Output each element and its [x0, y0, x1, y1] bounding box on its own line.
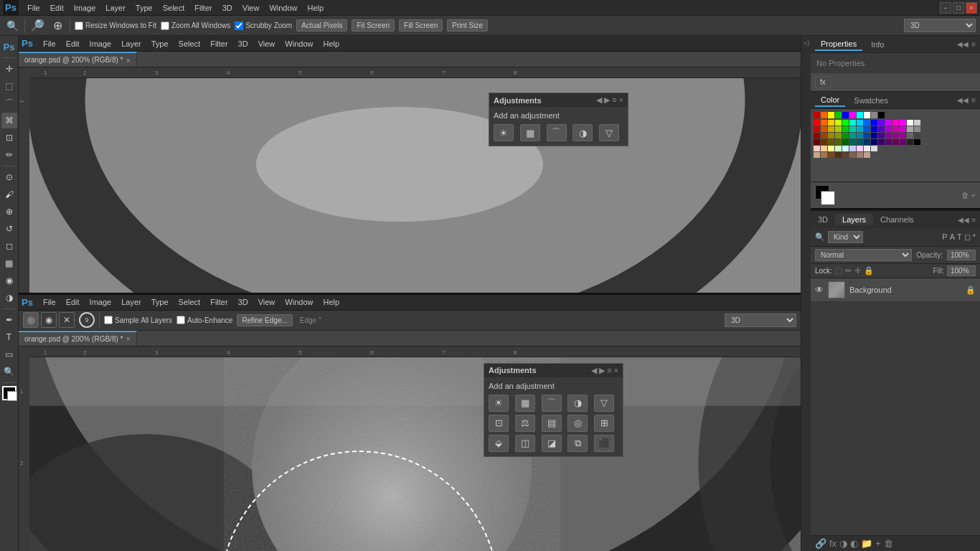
layer-filter-pixel[interactable]: P [942, 232, 947, 242]
adj-close-1[interactable]: × [619, 95, 623, 105]
adj-exposure-2[interactable]: ◑ [567, 395, 588, 412]
second-win-menu-file[interactable]: File [39, 296, 60, 308]
menu-edit[interactable]: Edit [46, 2, 68, 14]
first-win-menu-view[interactable]: View [254, 38, 280, 50]
second-win-menu-window[interactable]: Window [281, 296, 317, 308]
layer-link-icon[interactable]: 🔗 [815, 538, 826, 549]
zoom-tool-icon[interactable]: 🔍 [4, 18, 20, 34]
first-canvas[interactable]: Adjustments ◀ ▶ ≡ × Add an adj [29, 78, 801, 293]
sample-all-checkbox[interactable] [104, 316, 113, 324]
lock-transparent-icon[interactable]: ⬚ [835, 266, 842, 276]
resize-windows-checkbox[interactable] [75, 22, 83, 30]
first-doc-close[interactable]: × [126, 56, 130, 65]
color-panel-menu[interactable]: ≡ [971, 96, 976, 104]
menu-layer[interactable]: Layer [101, 2, 130, 14]
layers-panel-collapse[interactable]: ◀◀ [958, 216, 969, 224]
brush-size-indicator[interactable]: 9 [79, 312, 95, 328]
menu-file[interactable]: File [23, 2, 44, 14]
blend-mode-select[interactable]: Normal [815, 249, 912, 261]
color-trash-icon[interactable]: 🗑 [961, 191, 969, 199]
adj-arrow-left-2[interactable]: ◀ [591, 366, 597, 375]
info-tab[interactable]: Info [865, 39, 890, 50]
second-doc-tab[interactable]: orange.psd @ 200% (RGB/8) * × [19, 331, 137, 346]
pen-tool[interactable]: ✒ [1, 312, 17, 328]
panel-collapse-arrow[interactable]: ◁ [804, 39, 809, 47]
adj-levels-2[interactable]: ▦ [515, 395, 535, 412]
layer-new-icon[interactable]: + [875, 538, 881, 549]
lock-all-icon[interactable]: 🔒 [864, 266, 874, 276]
second-doc-close[interactable]: × [126, 334, 130, 343]
sample-all-check[interactable]: Sample All Layers [104, 316, 172, 324]
adj-selective-color-2[interactable]: ⬛ [594, 435, 614, 452]
color-panel-collapse[interactable]: ◀◀ [957, 96, 969, 104]
zoom-all-check[interactable]: Zoom All Windows [161, 22, 230, 30]
zoom-tool[interactable]: 🔍 [1, 364, 17, 380]
print-size-button[interactable]: Print Size [447, 19, 488, 32]
color-swatch-blue[interactable] [842, 112, 849, 118]
zoom-out-icon[interactable]: 🔎 [29, 18, 45, 34]
layer-fx-icon[interactable]: fx [829, 538, 837, 549]
adj-exposure-1[interactable]: ◑ [573, 124, 593, 141]
second-win-menu-select[interactable]: Select [174, 296, 205, 308]
properties-panel-collapse[interactable]: ◀◀ [957, 40, 969, 48]
color-swatch-yellow[interactable] [828, 112, 834, 118]
first-win-menu-layer[interactable]: Layer [117, 38, 146, 50]
fit-screen-button[interactable]: Fit Screen [352, 19, 395, 32]
adj-brightness-2[interactable]: ☀ [489, 395, 509, 412]
adj-gradient-map-2[interactable]: ⧉ [567, 435, 588, 452]
adj-color-balance-2[interactable]: ⚖ [515, 415, 535, 432]
menu-3d[interactable]: 3D [218, 2, 237, 14]
second-win-menu-3d[interactable]: 3D [234, 296, 253, 308]
color-swatch-white[interactable] [864, 112, 870, 118]
refine-edge-button[interactable]: Refine Edge... [237, 314, 292, 326]
adj-close-2[interactable]: × [614, 366, 618, 375]
first-win-menu-image[interactable]: Image [85, 38, 116, 50]
first-win-menu-edit[interactable]: Edit [62, 38, 84, 50]
layer-delete-icon[interactable]: 🗑 [884, 538, 893, 549]
first-win-menu-type[interactable]: Type [147, 38, 173, 50]
history-brush-tool[interactable]: ↺ [1, 221, 17, 237]
color-swatch-black[interactable] [878, 112, 885, 118]
gradient-tool[interactable]: ▦ [1, 255, 17, 271]
second-win-menu-filter[interactable]: Filter [206, 296, 232, 308]
layer-filter-adjustment[interactable]: A [950, 232, 955, 242]
text-tool[interactable]: T [1, 329, 17, 345]
minimize-button[interactable]: − [940, 2, 951, 14]
lock-pixel-icon[interactable]: ✏ [845, 266, 852, 276]
maximize-button[interactable]: □ [953, 2, 964, 14]
color-tab[interactable]: Color [815, 94, 845, 107]
layer-filter-shape[interactable]: ◻ [964, 232, 971, 242]
adj-invert-2[interactable]: ⬙ [489, 435, 509, 452]
adj-threshold-2[interactable]: ◪ [542, 435, 562, 452]
adj-curves-1[interactable]: ⌒ [547, 124, 567, 141]
rect-select-tool[interactable]: ⬚ [1, 78, 17, 94]
color-swatch-green[interactable] [835, 112, 842, 118]
adj-channel-mixer-2[interactable]: ⊞ [594, 415, 614, 432]
layer-folder-icon[interactable]: 📁 [861, 538, 872, 549]
magic-wand-tool[interactable]: ⌘ [1, 113, 17, 128]
color-swatch-cyan[interactable] [857, 112, 863, 118]
close-button[interactable]: × [966, 2, 977, 14]
adj-curves-2[interactable]: ⌒ [542, 395, 562, 412]
layer-adj-icon[interactable]: ◐ [850, 538, 858, 549]
color-swatch-orange[interactable] [821, 112, 827, 118]
resize-windows-check[interactable]: Resize Windows to Fit [75, 22, 156, 30]
adj-arrow-left-1[interactable]: ◀ [596, 95, 602, 105]
fill-screen-button[interactable]: Fill Screen [399, 19, 443, 32]
actual-pixels-button[interactable]: Actual Pixels [296, 19, 347, 32]
blur-tool[interactable]: ◉ [1, 273, 17, 288]
color-swatch-gray[interactable] [871, 112, 877, 118]
opacity-input[interactable] [947, 250, 976, 260]
adj-levels-1[interactable]: ▦ [520, 124, 540, 141]
adj-menu-2[interactable]: ≡ [607, 366, 611, 375]
zoom-all-checkbox[interactable] [161, 22, 169, 30]
lasso-tool[interactable]: ⌒ [1, 95, 17, 111]
second-win-menu-image[interactable]: Image [85, 296, 116, 308]
second-canvas[interactable]: Adjustments ◀ ▶ ≡ × Add an adj [29, 357, 801, 552]
properties-tab[interactable]: Properties [815, 38, 862, 51]
eraser-tool[interactable]: ◻ [1, 238, 17, 254]
adj-arrow-right-1[interactable]: ▶ [604, 95, 610, 105]
workspace-select[interactable]: 3D [904, 19, 976, 32]
second-win-menu-view[interactable]: View [254, 296, 280, 308]
adj-menu-1[interactable]: ≡ [612, 95, 616, 105]
